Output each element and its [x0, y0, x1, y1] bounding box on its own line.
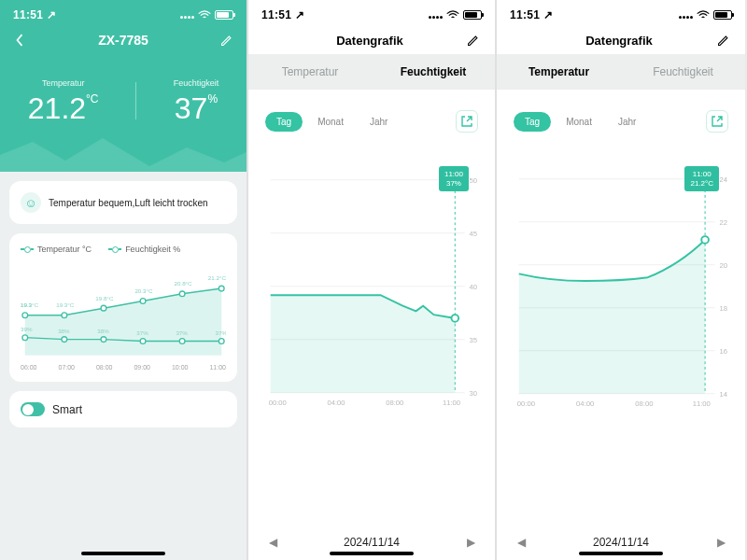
range-day[interactable]: Tag: [265, 112, 303, 132]
status-bar: 11:51 ↗: [248, 0, 495, 26]
status-bar: 11:51 ↗: [0, 0, 247, 26]
temperature-unit: °C: [86, 92, 98, 105]
temperature-chart-card: Tag Monat Jahr 11:00 21.2°C: [506, 101, 736, 427]
svg-text:19.3°C: 19.3°C: [21, 301, 39, 308]
svg-point-5: [218, 286, 224, 291]
smart-card[interactable]: Smart: [9, 391, 237, 427]
svg-text:30: 30: [470, 389, 477, 398]
date-prev[interactable]: ◀: [514, 536, 529, 549]
back-button[interactable]: [11, 32, 28, 49]
device-title: ZX-7785: [28, 33, 218, 48]
svg-text:18: 18: [719, 304, 727, 313]
cellular-icon: [678, 8, 693, 21]
svg-point-0: [22, 313, 28, 318]
export-button[interactable]: [456, 110, 478, 133]
status-bar: 11:51 ↗: [497, 0, 745, 26]
home-indicator[interactable]: [330, 552, 414, 555]
range-month[interactable]: Monat: [555, 112, 603, 132]
screen-temperature-chart: 11:51 ↗ Datengrafik Temperatur Feuchtigk…: [497, 0, 745, 560]
svg-text:50: 50: [470, 176, 477, 185]
svg-text:19.3°C: 19.3°C: [56, 301, 75, 308]
range-year[interactable]: Jahr: [359, 112, 399, 132]
date-next[interactable]: ▶: [713, 536, 728, 549]
screen-humidity-chart: 11:51 ↗ Datengrafik Temperatur Feuchtigk…: [248, 0, 497, 560]
comfort-card[interactable]: ☺ Temperatur bequem,Luft leicht trocken: [9, 181, 237, 224]
chart-tooltip: 11:00 37%: [439, 166, 469, 191]
range-month[interactable]: Monat: [306, 112, 355, 132]
home-indicator[interactable]: [579, 552, 663, 555]
svg-text:08:00: 08:00: [635, 399, 653, 408]
overview-chart-card[interactable]: Temperatur °C Feuchtigkeit % 19.319.3°C …: [9, 233, 237, 382]
svg-point-36: [452, 315, 459, 322]
humidity-unit: %: [207, 92, 218, 105]
wifi-icon: [697, 10, 710, 20]
svg-text:16: 16: [719, 347, 727, 356]
overview-xaxis: 06:0007:0008:0009:0010:0011:00: [21, 364, 226, 371]
svg-text:00:00: 00:00: [269, 399, 287, 407]
svg-point-2: [101, 305, 106, 311]
face-icon: ☺: [21, 192, 41, 213]
tab-temperature[interactable]: Temperatur: [497, 54, 621, 90]
location-arrow-icon: ↗: [47, 8, 56, 21]
overview-chart: 19.319.3°C 19.3°C 19.8°C 20.3°C 20.8°C 2…: [21, 259, 226, 362]
svg-point-18: [218, 339, 224, 344]
svg-point-4: [179, 291, 185, 297]
svg-text:14: 14: [719, 390, 727, 399]
svg-text:21.2°C: 21.2°C: [208, 274, 226, 281]
svg-point-3: [140, 299, 146, 304]
range-day[interactable]: Tag: [514, 112, 551, 132]
battery-icon: [713, 10, 732, 20]
date-value[interactable]: 2024/11/14: [593, 536, 649, 549]
svg-text:35: 35: [470, 336, 477, 344]
svg-point-14: [62, 337, 67, 343]
tab-temperature[interactable]: Temperatur: [248, 54, 372, 90]
battery-icon: [215, 10, 233, 20]
legend-temp: Temperatur °C: [21, 245, 92, 254]
screen-overview: 11:51 ↗ ZX-7785 Temperatur 21.2°C: [0, 0, 248, 560]
temperature-label: Temperatur: [28, 78, 99, 88]
svg-text:04:00: 04:00: [576, 399, 594, 408]
humidity-line-chart[interactable]: 11:00 37% 50 45 40 35 30: [265, 142, 478, 422]
humidity-chart-card: Tag Monat Jahr 11:00 37% 50: [258, 101, 486, 427]
svg-text:37%: 37%: [176, 329, 188, 336]
date-value[interactable]: 2024/11/14: [344, 536, 400, 549]
humidity-label: Feuchtigkeit: [174, 78, 219, 88]
date-next[interactable]: ▶: [463, 536, 478, 549]
cellular-icon: [179, 8, 194, 21]
mountain-decoration: [0, 134, 248, 172]
edit-button[interactable]: [218, 32, 235, 49]
svg-text:20.8°C: 20.8°C: [175, 280, 193, 287]
svg-text:19.8°C: 19.8°C: [95, 295, 114, 301]
svg-point-13: [22, 335, 28, 341]
chart-tooltip: 11:00 21.2°C: [684, 166, 719, 191]
range-year[interactable]: Jahr: [607, 112, 647, 132]
temperature-line-chart[interactable]: 11:00 21.2°C 24 22 20 18 16 14: [514, 142, 728, 422]
svg-text:40: 40: [470, 283, 477, 291]
edit-button[interactable]: [465, 32, 482, 49]
svg-text:38%: 38%: [97, 328, 109, 334]
temperature-tile: Temperatur 21.2°C: [28, 78, 99, 123]
svg-text:39%: 39%: [21, 326, 33, 332]
svg-text:45: 45: [470, 230, 477, 238]
comfort-text: Temperatur bequem,Luft leicht trocken: [49, 198, 208, 208]
svg-text:38%: 38%: [58, 328, 70, 334]
svg-text:24: 24: [719, 175, 727, 184]
tab-humidity[interactable]: Feuchtigkeit: [621, 54, 745, 90]
svg-text:08:00: 08:00: [386, 399, 403, 407]
svg-text:11:00: 11:00: [693, 399, 711, 408]
cellular-icon: [428, 8, 443, 21]
svg-text:04:00: 04:00: [328, 399, 345, 407]
wifi-icon: [446, 10, 459, 20]
export-button[interactable]: [706, 110, 728, 133]
svg-point-54: [701, 236, 709, 244]
svg-point-15: [101, 337, 106, 343]
date-prev[interactable]: ◀: [265, 536, 280, 549]
tab-humidity[interactable]: Feuchtigkeit: [372, 54, 495, 90]
smart-toggle[interactable]: [21, 402, 45, 416]
legend-hum: Feuchtigkeit %: [108, 245, 180, 254]
page-title: Datengrafik: [275, 34, 465, 48]
svg-text:00:00: 00:00: [517, 399, 535, 408]
edit-button[interactable]: [715, 32, 732, 49]
home-indicator[interactable]: [81, 552, 165, 555]
temperature-value: 21.2: [28, 91, 86, 125]
